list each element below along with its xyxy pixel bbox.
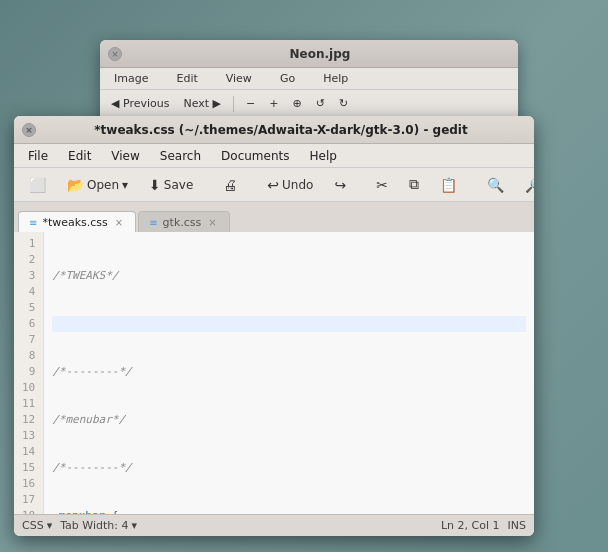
- save-label: Save: [164, 178, 193, 192]
- file-type-selector[interactable]: CSS ▾: [22, 519, 52, 532]
- tweaks-tab-label: *tweaks.css: [42, 216, 107, 229]
- save-button[interactable]: ⬇ Save: [140, 173, 202, 197]
- next-button[interactable]: Next ▶: [178, 95, 226, 112]
- code-line-5: /*--------*/: [52, 460, 526, 476]
- image-menu-go[interactable]: Go: [272, 70, 303, 87]
- search-button[interactable]: 🔍: [478, 173, 513, 197]
- gtk-tab-close[interactable]: ×: [206, 217, 218, 228]
- line-num-14: 14: [22, 444, 35, 460]
- image-titlebar: × Neon.jpg: [100, 40, 518, 68]
- line-num-11: 11: [22, 396, 35, 412]
- menu-documents[interactable]: Documents: [213, 147, 297, 165]
- image-menu-edit[interactable]: Edit: [168, 70, 205, 87]
- undo-button[interactable]: ↩ Undo: [258, 173, 322, 197]
- new-icon: ⬜: [29, 177, 46, 193]
- code-line-2: [52, 316, 526, 332]
- copy-button[interactable]: ⧉: [400, 172, 428, 197]
- menu-help[interactable]: Help: [301, 147, 344, 165]
- line-num-12: 12: [22, 412, 35, 428]
- rotate-ccw-button[interactable]: ↺: [311, 95, 330, 112]
- save-icon: ⬇: [149, 177, 161, 193]
- menu-edit[interactable]: Edit: [60, 147, 99, 165]
- search-replace-icon: 🔎: [525, 177, 534, 193]
- tab-width-label: Tab Width: 4: [60, 519, 128, 532]
- paste-icon: 📋: [440, 177, 457, 193]
- new-button[interactable]: ⬜: [20, 173, 55, 197]
- line-num-6: 6: [22, 316, 35, 332]
- insert-mode: INS: [508, 519, 526, 532]
- gedit-tabs: ≡ *tweaks.css × ≡ gtk.css ×: [14, 202, 534, 232]
- tweaks-tab-close[interactable]: ×: [113, 217, 125, 228]
- open-button[interactable]: 📂 Open ▾: [58, 173, 137, 197]
- image-menubar: Image Edit View Go Help: [100, 68, 518, 90]
- cursor-position: Ln 2, Col 1: [441, 519, 500, 532]
- file-type-arrow: ▾: [47, 519, 53, 532]
- line-num-2: 2: [22, 252, 35, 268]
- position-label: Ln 2, Col 1: [441, 519, 500, 532]
- zoom-in-button[interactable]: +: [264, 95, 283, 112]
- gedit-titlebar: × *tweaks.css (~/.themes/Adwaita-X-dark/…: [14, 116, 534, 144]
- image-menu-help[interactable]: Help: [315, 70, 356, 87]
- gedit-window: × *tweaks.css (~/.themes/Adwaita-X-dark/…: [14, 116, 534, 536]
- copy-icon: ⧉: [409, 176, 419, 193]
- line-num-1: 1: [22, 236, 35, 252]
- code-line-4: /*menubar*/: [52, 412, 526, 428]
- code-line-3: /*--------*/: [52, 364, 526, 380]
- gedit-menubar: File Edit View Search Documents Help: [14, 144, 534, 168]
- image-close-button[interactable]: ×: [108, 47, 122, 61]
- zoom-out-button[interactable]: −: [241, 95, 260, 112]
- print-button[interactable]: 🖨: [214, 173, 246, 197]
- paste-button[interactable]: 📋: [431, 173, 466, 197]
- line-num-8: 8: [22, 348, 35, 364]
- line-num-17: 17: [22, 492, 35, 508]
- mode-label: INS: [508, 519, 526, 532]
- gedit-statusbar: CSS ▾ Tab Width: 4 ▾ Ln 2, Col 1 INS: [14, 514, 534, 536]
- tweaks-tab[interactable]: ≡ *tweaks.css ×: [18, 211, 136, 232]
- tab-width-selector[interactable]: Tab Width: 4 ▾: [60, 519, 137, 532]
- line-num-10: 10: [22, 380, 35, 396]
- menu-view[interactable]: View: [103, 147, 147, 165]
- tab-width-arrow: ▾: [131, 519, 137, 532]
- previous-button[interactable]: ◀ Previous: [106, 95, 174, 112]
- search-icon: 🔍: [487, 177, 504, 193]
- image-menu-image[interactable]: Image: [106, 70, 156, 87]
- toolbar-separator: [233, 96, 234, 112]
- gtk-tab-label: gtk.css: [163, 216, 202, 229]
- image-title: Neon.jpg: [130, 47, 510, 61]
- image-menu-view[interactable]: View: [218, 70, 260, 87]
- line-num-7: 7: [22, 332, 35, 348]
- line-numbers: 1 2 3 4 5 6 7 8 9 10 11 12 13 14 15 16 1…: [14, 232, 44, 514]
- status-right: Ln 2, Col 1 INS: [441, 519, 526, 532]
- gedit-close-button[interactable]: ×: [22, 123, 36, 137]
- cut-button[interactable]: ✂: [367, 173, 397, 197]
- gtk-tab[interactable]: ≡ gtk.css ×: [138, 211, 229, 232]
- line-num-5: 5: [22, 300, 35, 316]
- print-icon: 🖨: [223, 177, 237, 193]
- line-num-16: 16: [22, 476, 35, 492]
- tweaks-tab-icon: ≡: [29, 217, 37, 228]
- cut-icon: ✂: [376, 177, 388, 193]
- line-num-4: 4: [22, 284, 35, 300]
- undo-icon: ↩: [267, 177, 279, 193]
- line-num-3: 3: [22, 268, 35, 284]
- rotate-cw-button[interactable]: ↻: [334, 95, 353, 112]
- code-line-1: /*TWEAKS*/: [52, 268, 526, 284]
- redo-icon: ↪: [334, 177, 346, 193]
- gtk-tab-icon: ≡: [149, 217, 157, 228]
- undo-label: Undo: [282, 178, 313, 192]
- gedit-title: *tweaks.css (~/.themes/Adwaita-X-dark/gt…: [36, 123, 526, 137]
- redo-button[interactable]: ↪: [325, 173, 355, 197]
- gedit-toolbar: ⬜ 📂 Open ▾ ⬇ Save 🖨 ↩ Undo ↪ ✂ ⧉: [14, 168, 534, 202]
- line-num-9: 9: [22, 364, 35, 380]
- file-type-label: CSS: [22, 519, 44, 532]
- open-arrow: ▾: [122, 178, 128, 192]
- open-icon: 📂: [67, 177, 84, 193]
- image-toolbar: ◀ Previous Next ▶ − + ⊕ ↺ ↻: [100, 90, 518, 118]
- search-replace-button[interactable]: 🔎: [516, 173, 534, 197]
- line-num-15: 15: [22, 460, 35, 476]
- zoom-fit-button[interactable]: ⊕: [287, 95, 306, 112]
- line-num-13: 13: [22, 428, 35, 444]
- code-editor[interactable]: /*TWEAKS*/ /*--------*/ /*menubar*/ /*--…: [44, 232, 534, 514]
- menu-file[interactable]: File: [20, 147, 56, 165]
- menu-search[interactable]: Search: [152, 147, 209, 165]
